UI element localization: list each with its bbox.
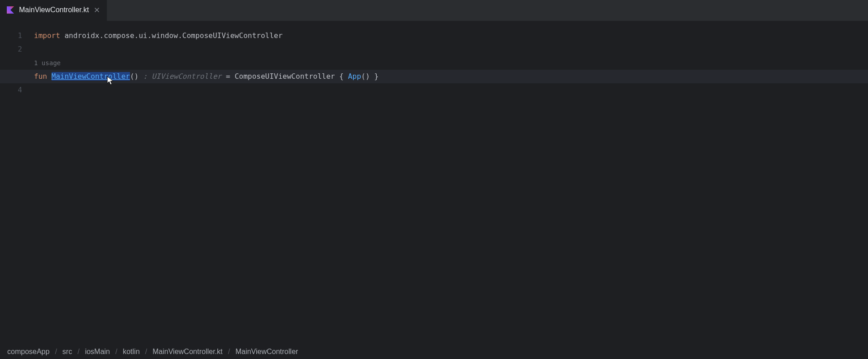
function-name[interactable]: MainViewController xyxy=(52,72,130,81)
breadcrumb-bar: composeApp / src / iosMain / kotlin / Ma… xyxy=(0,345,868,359)
tab-bar: MainViewController.kt xyxy=(0,0,868,21)
breadcrumb-separator: / xyxy=(228,348,230,356)
line-number[interactable]: 2 xyxy=(18,43,22,56)
brace-close: } xyxy=(370,72,379,81)
import-path: androidx.compose.ui.window.ComposeUIView… xyxy=(60,31,283,40)
tab-label: MainViewController.kt xyxy=(19,6,89,14)
breadcrumb-separator: / xyxy=(55,348,57,356)
keyword-import: import xyxy=(34,31,60,40)
code-line-empty[interactable] xyxy=(34,83,868,97)
breadcrumb-item[interactable]: composeApp xyxy=(7,348,49,356)
app-call[interactable]: App xyxy=(348,72,361,81)
parens: () xyxy=(130,72,139,81)
keyword-fun: fun xyxy=(34,72,47,81)
type-hint-colon: : xyxy=(139,72,152,81)
line-number[interactable]: 1 xyxy=(18,29,22,43)
breadcrumb-item[interactable]: src xyxy=(62,348,72,356)
breadcrumb-item[interactable]: kotlin xyxy=(123,348,139,356)
breadcrumb-item[interactable]: MainViewController.kt xyxy=(153,348,222,356)
breadcrumb-separator: / xyxy=(145,348,147,356)
editor-area[interactable]: 1 2 3 4 import androidx.compose.ui.windo… xyxy=(0,21,868,345)
breadcrumb-separator: / xyxy=(77,348,79,356)
code-line-empty[interactable] xyxy=(34,43,868,56)
code-line-active[interactable]: fun MainViewController() : UIViewControl… xyxy=(0,70,868,83)
kotlin-file-icon xyxy=(6,6,14,14)
breadcrumb-item[interactable]: MainViewController xyxy=(235,348,298,356)
line-number[interactable]: 4 xyxy=(18,83,22,97)
code-content[interactable]: import androidx.compose.ui.window.Compos… xyxy=(34,29,868,345)
breadcrumb-separator: / xyxy=(115,348,117,356)
app-parens: () xyxy=(361,72,370,81)
file-tab[interactable]: MainViewController.kt xyxy=(0,0,107,21)
code-line[interactable]: import androidx.compose.ui.window.Compos… xyxy=(34,29,868,43)
brace: { xyxy=(335,72,348,81)
type-hint-name: UIViewController xyxy=(152,72,221,81)
equals: = xyxy=(221,72,235,81)
call-name[interactable]: ComposeUIViewController xyxy=(235,72,335,81)
breadcrumb-item[interactable]: iosMain xyxy=(85,348,110,356)
usage-hint[interactable]: 1 usage xyxy=(34,56,868,70)
close-icon[interactable] xyxy=(93,6,101,14)
